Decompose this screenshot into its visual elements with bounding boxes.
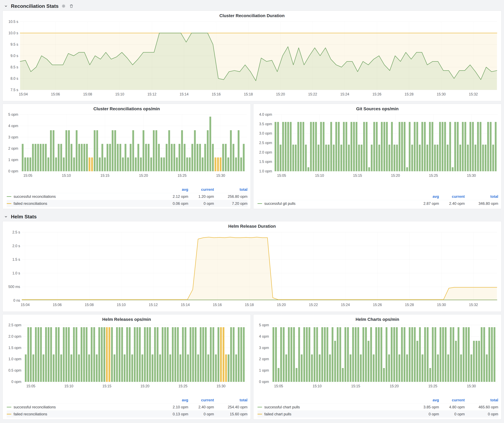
section-title[interactable]: Reconciliation Stats (11, 3, 59, 9)
panel-title[interactable]: Cluster Reconciliation Duration (3, 11, 501, 19)
series-color-dash-icon (7, 407, 11, 407)
svg-text:15:32: 15:32 (469, 92, 478, 96)
legend-col-current[interactable]: current (188, 398, 214, 402)
svg-text:15:15: 15:15 (353, 174, 362, 177)
section-title[interactable]: Helm Stats (11, 214, 37, 220)
series-color-dash-icon (7, 196, 11, 197)
legend-row[interactable]: successful chart pulls 3.85 opm 4.80 opm… (258, 404, 498, 411)
svg-text:1.0 s: 1.0 s (12, 271, 20, 275)
series-color-dash-icon (258, 414, 262, 414)
svg-text:0 opm: 0 opm (259, 380, 269, 384)
svg-text:15:30: 15:30 (467, 174, 476, 177)
cluster-reconciliation-duration-chart[interactable]: 7.5 s8.0 s8.5 s9.0 s9.5 s10.0 s10.5 s15:… (3, 19, 501, 99)
svg-text:2.0 s: 2.0 s (12, 244, 20, 248)
cluster-reconciliations-ops-chart[interactable]: 0 opm1 opm2 opm3 opm4 opm5 opm15:0515:10… (3, 112, 251, 180)
svg-text:15:18: 15:18 (244, 92, 253, 96)
svg-text:15:24: 15:24 (341, 303, 350, 307)
svg-text:15:20: 15:20 (277, 303, 286, 307)
svg-text:4.0 opm: 4.0 opm (259, 112, 272, 117)
svg-text:1.0 opm: 1.0 opm (259, 169, 272, 173)
legend-row[interactable]: successful reconciliations 2.10 opm 2.40… (7, 404, 247, 411)
legend-col-total[interactable]: total (214, 187, 247, 192)
svg-text:0 opm: 0 opm (8, 169, 18, 173)
legend-col-avg[interactable]: avg (162, 187, 188, 192)
svg-text:15:10: 15:10 (315, 174, 324, 177)
helm-charts-ops-chart[interactable]: 0 opm1 opm2 opm3 opm4 opm5 opm15:0515:10… (253, 323, 501, 390)
panel-cluster-reconciliation-duration: Cluster Reconciliation Duration 7.5 s8.0… (2, 11, 502, 101)
legend-col-avg[interactable]: avg (413, 194, 439, 199)
series-avg: 2.10 opm (162, 405, 188, 409)
helm-release-duration-chart[interactable]: 0 ns500 ms1.0 s1.5 s2.0 s2.5 s15:0415:06… (3, 229, 501, 309)
legend-col-total[interactable]: total (465, 398, 498, 402)
svg-text:15:15: 15:15 (351, 384, 360, 388)
svg-text:1.5 s: 1.5 s (12, 258, 20, 261)
svg-text:2.5 opm: 2.5 opm (8, 323, 21, 327)
series-current: 1.20 opm (188, 194, 214, 199)
helm-releases-ops-chart[interactable]: 0 opm0.5 opm1.0 opm1.5 opm2.0 opm2.5 opm… (3, 323, 251, 390)
series-label[interactable]: failed reconciliations (13, 412, 162, 416)
panel-helm-charts-ops: Helm Charts ops/min 0 opm1 opm2 opm3 opm… (253, 314, 502, 420)
svg-text:9.5 s: 9.5 s (11, 42, 18, 47)
trash-icon[interactable] (69, 3, 74, 9)
series-total: 7.20 opm (214, 201, 247, 206)
legend-row[interactable]: failed chart pulls 0 opm 0 opm 0 opm (258, 411, 498, 417)
series-current: 0 opm (188, 412, 214, 416)
svg-text:15:05: 15:05 (274, 384, 283, 388)
series-label[interactable]: successful reconciliations (13, 194, 162, 199)
legend-col-total[interactable]: total (214, 398, 247, 402)
series-label[interactable]: successful git pulls (264, 201, 413, 206)
legend-row[interactable]: failed reconciliations 0.13 opm 0 opm 15… (7, 411, 247, 417)
svg-text:15:08: 15:08 (85, 303, 94, 307)
svg-text:15:12: 15:12 (149, 303, 158, 307)
panel-cluster-reconciliations-ops: Cluster Reconciliations ops/min 0 opm1 o… (2, 104, 251, 209)
gear-icon[interactable] (61, 3, 66, 9)
legend-header: avg current total (7, 186, 247, 193)
svg-text:5 opm: 5 opm (8, 112, 18, 117)
series-label[interactable]: failed reconciliations (13, 201, 162, 206)
svg-text:15:30: 15:30 (437, 303, 446, 307)
svg-text:15:30: 15:30 (467, 384, 476, 388)
legend-row[interactable]: successful reconciliations 2.12 opm 1.20… (7, 193, 247, 200)
legend-col-avg[interactable]: avg (162, 398, 188, 402)
panel-title[interactable]: Helm Charts ops/min (253, 314, 501, 323)
svg-text:8.0 s: 8.0 s (11, 76, 18, 81)
legend-row[interactable]: failed reconciliations 0.06 opm 0 opm 7.… (7, 200, 247, 207)
svg-text:15:04: 15:04 (19, 92, 28, 96)
panel-title[interactable]: Helm Release Duration (3, 221, 501, 229)
svg-text:15:20: 15:20 (139, 174, 148, 177)
svg-text:4 opm: 4 opm (8, 124, 18, 128)
svg-text:1 opm: 1 opm (259, 368, 269, 372)
svg-text:15:20: 15:20 (390, 384, 399, 388)
svg-text:2.0 opm: 2.0 opm (8, 334, 21, 338)
panel-title[interactable]: Git Sources ops/min (253, 104, 501, 112)
svg-text:15:25: 15:25 (429, 174, 438, 177)
legend-col-total[interactable]: total (465, 194, 498, 199)
legend-col-current[interactable]: current (439, 194, 465, 199)
series-label[interactable]: failed chart pulls (264, 412, 413, 416)
series-label[interactable]: successful reconciliations (13, 405, 162, 409)
svg-text:15:24: 15:24 (340, 92, 349, 96)
svg-text:15:20: 15:20 (276, 92, 285, 96)
legend-col-avg[interactable]: avg (413, 398, 439, 402)
panel-git-sources-ops: Git Sources ops/min 1.0 opm1.5 opm2.0 op… (253, 104, 502, 209)
svg-text:15:16: 15:16 (212, 92, 221, 96)
section-reconciliation-stats[interactable]: Reconciliation Stats (2, 1, 502, 11)
svg-text:8.5 s: 8.5 s (11, 65, 18, 69)
panel-title[interactable]: Cluster Reconciliations ops/min (3, 104, 251, 112)
svg-text:15:05: 15:05 (277, 174, 286, 177)
legend-col-current[interactable]: current (188, 187, 214, 192)
series-current: 2.40 opm (188, 405, 214, 409)
legend-row[interactable]: successful git pulls 2.87 opm 2.40 opm 3… (258, 200, 498, 207)
svg-text:1.0 opm: 1.0 opm (8, 357, 21, 361)
section-helm-stats[interactable]: Helm Stats (2, 212, 502, 221)
svg-text:500 ms: 500 ms (8, 285, 20, 289)
series-color-dash-icon (258, 203, 262, 204)
git-sources-ops-chart[interactable]: 1.0 opm1.5 opm2.0 opm2.5 opm3.0 opm3.5 o… (253, 112, 501, 180)
svg-text:3 opm: 3 opm (8, 135, 18, 139)
legend-col-current[interactable]: current (439, 398, 465, 402)
svg-text:0 ns: 0 ns (13, 298, 20, 302)
panel-title[interactable]: Helm Releases ops/min (3, 314, 251, 323)
series-avg: 2.87 opm (413, 201, 439, 206)
legend: avg current total successful chart pulls… (253, 396, 501, 419)
series-label[interactable]: successful chart pulls (264, 405, 413, 409)
